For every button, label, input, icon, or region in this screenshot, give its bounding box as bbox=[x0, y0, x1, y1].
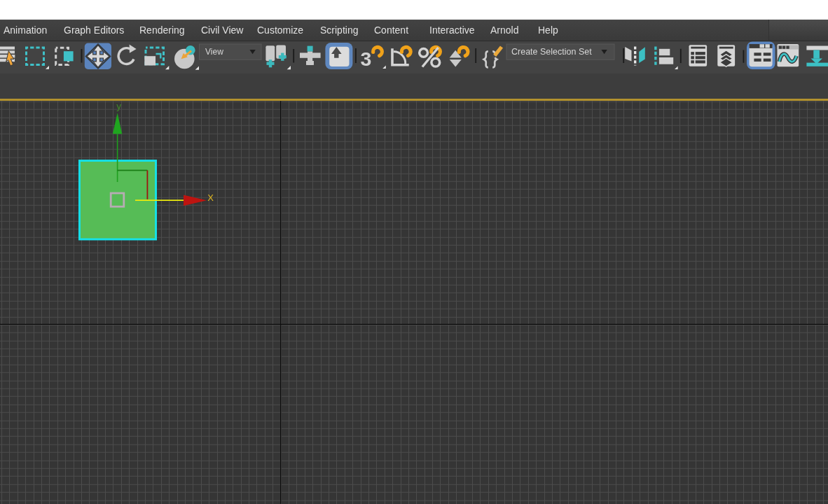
svg-text:X: X bbox=[207, 192, 214, 203]
svg-text:y: y bbox=[116, 101, 121, 111]
svg-text:Create Selection Set: Create Selection Set bbox=[511, 47, 592, 57]
svg-text:View: View bbox=[205, 47, 223, 57]
svg-text:3: 3 bbox=[361, 48, 372, 70]
